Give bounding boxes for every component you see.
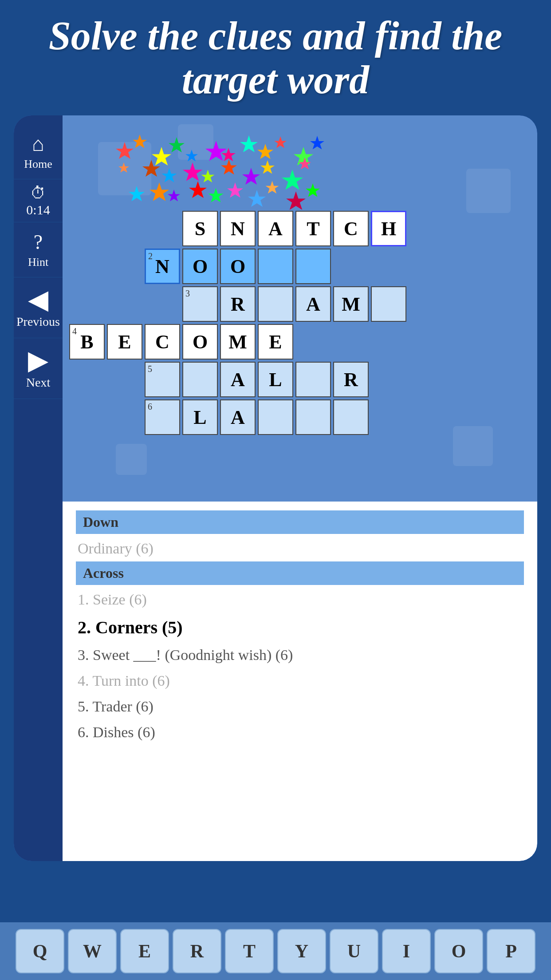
key-y[interactable]: Y — [277, 929, 326, 973]
svg-marker-20 — [282, 170, 303, 190]
key-o[interactable]: O — [434, 929, 483, 973]
cell-2-empty2[interactable] — [295, 249, 331, 284]
clue-across-2[interactable]: 2. Corners (5) — [76, 612, 524, 642]
keyboard-row: Q W E R T Y U I O P — [0, 922, 551, 980]
clue-down-1-text: Ordinary (6) — [78, 540, 153, 557]
next-icon: ▶ — [28, 347, 48, 374]
svg-marker-29 — [266, 181, 279, 194]
cell-6-empty2[interactable] — [295, 399, 331, 435]
clue-across-6[interactable]: 6. Dishes (6) — [76, 719, 524, 745]
key-p[interactable]: P — [487, 929, 535, 973]
home-label: Home — [24, 158, 52, 171]
next-button[interactable]: ▶ Next — [14, 338, 63, 399]
cell-6-empty3[interactable] — [333, 399, 369, 435]
svg-marker-14 — [162, 168, 177, 182]
svg-marker-19 — [260, 160, 275, 174]
down-header: Down — [76, 510, 524, 534]
timer-icon: ⏱ — [30, 184, 46, 202]
cell-1-a[interactable]: A — [258, 211, 293, 246]
clue-across-3-text: Sweet ___! (Goodnight wish) (6) — [93, 647, 293, 663]
cell-6-num[interactable]: 6 — [145, 399, 180, 435]
bg-deco — [98, 142, 151, 195]
cell-6-a[interactable]: A — [220, 399, 256, 435]
cell-5-num[interactable]: 5 — [145, 362, 180, 397]
cell-6-l[interactable]: L — [182, 399, 218, 435]
cell-5-empty1[interactable] — [182, 362, 218, 397]
timer-value: 0:14 — [26, 202, 50, 217]
key-w[interactable]: W — [68, 929, 117, 973]
cell-6-empty1[interactable] — [258, 399, 293, 435]
svg-marker-23 — [150, 182, 169, 201]
svg-marker-17 — [221, 159, 237, 174]
svg-marker-30 — [286, 191, 306, 210]
svg-marker-18 — [242, 168, 260, 185]
sidebar: ⌂ Home ⏱ 0:14 ? Hint ◀ Previous ▶ Next — [14, 115, 63, 861]
cell-2-n[interactable]: 2N — [145, 249, 180, 284]
svg-marker-28 — [248, 190, 266, 207]
key-i[interactable]: I — [382, 929, 431, 973]
svg-marker-9 — [274, 136, 287, 148]
cell-4-m[interactable]: M — [220, 324, 256, 360]
cell-5-r[interactable]: R — [333, 362, 369, 397]
cell-2-o1[interactable]: O — [182, 249, 218, 284]
cell-5-empty2[interactable] — [295, 362, 331, 397]
cell-1-h[interactable]: H — [371, 211, 406, 246]
key-e[interactable]: E — [120, 929, 169, 973]
svg-marker-24 — [168, 190, 180, 202]
key-t[interactable]: T — [225, 929, 274, 973]
clue-across-2-text: Corners (5) — [95, 617, 183, 637]
cell-3-m[interactable]: M — [333, 286, 369, 322]
svg-marker-15 — [183, 162, 202, 181]
game-container: ⌂ Home ⏱ 0:14 ? Hint ◀ Previous ▶ Next — [14, 115, 537, 861]
crossword-grid: S N A T C H 2N O O 3 R A — [145, 211, 455, 433]
content-area: S N A T C H 2N O O 3 R A — [63, 115, 537, 861]
previous-icon: ◀ — [28, 286, 48, 313]
svg-marker-11 — [310, 136, 324, 149]
bg-deco — [178, 124, 213, 160]
hint-icon: ? — [34, 230, 43, 254]
key-u[interactable]: U — [330, 929, 378, 973]
cell-4-e1[interactable]: E — [107, 324, 142, 360]
clue-across-4[interactable]: 4. Turn into (6) — [76, 668, 524, 694]
cell-4-o[interactable]: O — [182, 324, 218, 360]
bg-deco — [453, 426, 493, 466]
cell-5-a[interactable]: A — [220, 362, 256, 397]
svg-marker-25 — [189, 181, 207, 198]
svg-marker-7 — [240, 135, 258, 152]
cell-1-t[interactable]: T — [295, 211, 331, 246]
across-header: Across — [76, 561, 524, 585]
clue-across-4-text: Turn into (6) — [92, 672, 169, 689]
grid-area: S N A T C H 2N O O 3 R A — [63, 115, 537, 502]
cell-4-e2[interactable]: E — [258, 324, 293, 360]
cell-3-num[interactable]: 3 — [182, 286, 218, 322]
cell-4-num[interactable]: 4B — [69, 324, 105, 360]
cell-3-a[interactable]: A — [295, 286, 331, 322]
home-button[interactable]: ⌂ Home — [14, 124, 63, 179]
svg-marker-26 — [209, 188, 224, 202]
cell-3-r[interactable]: R — [220, 286, 256, 322]
cell-1-c[interactable]: C — [333, 211, 369, 246]
key-r[interactable]: R — [173, 929, 221, 973]
clue-across-1-text: Seize (6) — [93, 591, 147, 608]
clue-across-6-text: Dishes (6) — [93, 724, 155, 740]
bg-deco — [466, 169, 511, 213]
cell-1-n[interactable]: N — [220, 211, 256, 246]
svg-marker-8 — [257, 144, 273, 159]
previous-button[interactable]: ◀ Previous — [14, 277, 63, 338]
bg-deco — [116, 444, 147, 475]
cell-4-c[interactable]: C — [145, 324, 180, 360]
cell-2-o2[interactable]: O — [220, 249, 256, 284]
key-q[interactable]: Q — [16, 929, 64, 973]
next-label: Next — [26, 375, 50, 390]
cell-1-s[interactable]: S — [182, 211, 218, 246]
clue-across-5[interactable]: 5. Trader (6) — [76, 694, 524, 719]
clue-across-3[interactable]: 3. Sweet ___! (Goodnight wish) (6) — [76, 642, 524, 668]
cell-3-last[interactable] — [371, 286, 406, 322]
cell-5-l[interactable]: L — [258, 362, 293, 397]
clue-down-1[interactable]: Ordinary (6) — [76, 536, 524, 561]
cell-3-empty[interactable] — [258, 286, 293, 322]
cell-2-empty1[interactable] — [258, 249, 293, 284]
hint-button[interactable]: ? Hint — [14, 222, 63, 277]
clue-across-1[interactable]: 1. Seize (6) — [76, 587, 524, 612]
svg-marker-31 — [306, 183, 320, 197]
